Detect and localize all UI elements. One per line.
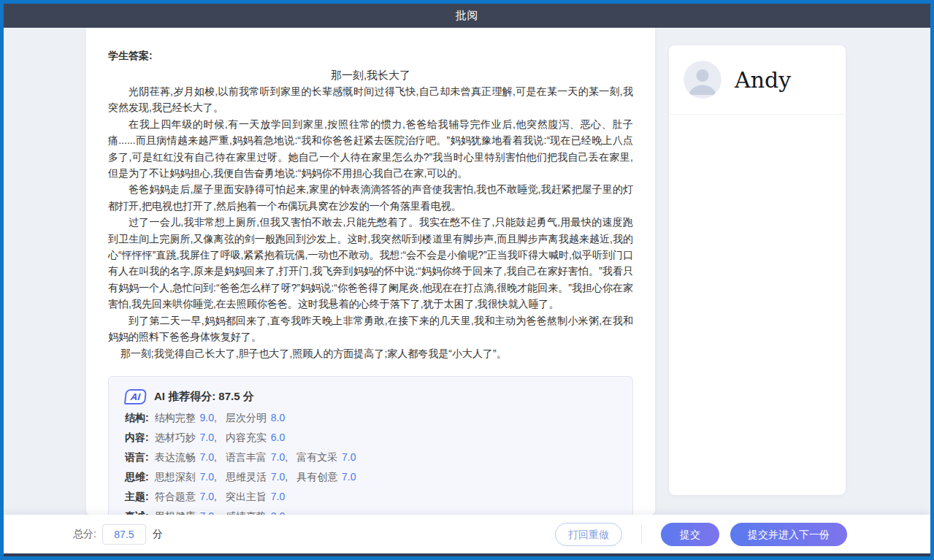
app-header: 批阅: [4, 4, 930, 28]
essay-paragraph: 那一刻;我觉得自己长大了,胆子也大了,照顾人的方面提高了;家人都夸我是“小大人了…: [108, 345, 633, 361]
essay-title: 那一刻,我长大了: [108, 67, 633, 83]
ai-score-title: AI 推荐得分: 87.5 分: [154, 390, 254, 404]
essay-paragraphs: 光阴荏苒,岁月如梭,以前我常听到家里的长辈感慨时间过得飞快,自己却未曾真正理解,…: [108, 83, 633, 361]
score-item-value: 7.0: [200, 431, 214, 443]
score-row: 主题:符合题意 7.0,突出主旨 7.0: [125, 490, 616, 503]
essay-paragraph: 在我上四年级的时候,有一天放学回到家里,按照往常的惯力,爸爸给我辅导完作业后,他…: [108, 116, 633, 182]
score-item-value: 6.0: [271, 431, 285, 443]
score-item-name: 富有文采: [296, 451, 340, 463]
essay-panel: 学生答案: 那一刻,我长大了 光阴荏苒,岁月如梭,以前我常听到家里的长辈感慨时间…: [86, 28, 655, 515]
submit-next-button[interactable]: 提交并进入下一份: [730, 523, 847, 546]
total-score-label: 总分:: [73, 528, 96, 541]
essay-paragraph: 过了一会儿,我非常想上厕所,但我又害怕不敢去,只能先憋着了。我实在憋不住了,只能…: [108, 214, 633, 312]
ai-score-header: AI AI 推荐得分: 87.5 分: [125, 389, 616, 404]
score-item-value: 7.0: [271, 471, 285, 483]
footer-toolbar: 总分: 分 打回重做 提交 提交并进入下一份: [4, 515, 930, 553]
score-item-separator: ,: [285, 471, 288, 483]
score-category-label: 主题:: [125, 491, 149, 502]
score-row: 语言:表达流畅 7.0,语言丰富 7.0,富有文采 7.0: [125, 450, 616, 464]
score-item-separator: ,: [214, 431, 217, 443]
student-answer-label: 学生答案:: [108, 48, 633, 63]
score-item-value: 7.0: [342, 471, 356, 483]
score-item-name: 突出主旨: [226, 491, 269, 502]
score-category-label: 结构:: [125, 412, 149, 423]
score-item-value: 9.0: [200, 412, 214, 423]
score-item-name: 思想深刻: [155, 471, 199, 483]
score-row: 思维:思想深刻 7.0,思维灵活 7.0,具有创意 7.0: [125, 470, 616, 483]
score-category-label: 语言:: [125, 451, 149, 463]
score-item-name: 层次分明: [226, 412, 269, 423]
reject-button[interactable]: 打回重做: [555, 523, 622, 546]
score-item-separator: ,: [214, 412, 217, 423]
ai-badge-icon: AI: [124, 389, 147, 404]
score-item-name: 具有创意: [296, 471, 340, 483]
student-row: Andy: [669, 45, 846, 114]
student-info-panel: Andy: [669, 45, 846, 495]
score-category-label: 内容:: [125, 431, 149, 443]
score-item-value: 7.0: [200, 491, 214, 502]
score-item-separator: ,: [285, 451, 288, 463]
score-item-value: 7.0: [342, 451, 356, 463]
toolbar-divider: [641, 525, 642, 544]
score-item-name: 内容充实: [226, 431, 269, 443]
score-item-value: 7.0: [271, 491, 285, 502]
score-item-value: 7.0: [271, 451, 285, 463]
essay-paragraph: 光阴荏苒,岁月如梭,以前我常听到家里的长辈感慨时间过得飞快,自己却未曾真正理解,…: [108, 83, 633, 116]
score-item-value: 7.0: [200, 471, 214, 483]
score-item-separator: ,: [214, 471, 217, 483]
score-item-name: 结构完整: [155, 412, 199, 423]
score-item-separator: ,: [214, 451, 217, 463]
essay-paragraph: 爸爸妈妈走后,屋子里面安静得可怕起来,家里的钟表滴滴答答的声音使我害怕,我也不敢…: [108, 181, 633, 214]
score-item-name: 语言丰富: [226, 451, 269, 463]
score-item-value: 8.0: [271, 412, 285, 423]
score-row: 结构:结构完整 9.0,层次分明 8.0: [125, 411, 616, 424]
score-item-name: 选材巧妙: [155, 431, 199, 443]
score-item-value: 7.0: [200, 451, 214, 463]
submit-button[interactable]: 提交: [661, 523, 719, 546]
sidebar-divider: [669, 114, 846, 115]
score-item-name: 符合题意: [155, 491, 199, 502]
page-title: 批阅: [456, 9, 479, 23]
person-icon: [684, 61, 721, 99]
ai-score-panel: AI AI 推荐得分: 87.5 分 结构:结构完整 9.0,层次分明 8.0内…: [108, 376, 633, 538]
score-row: 内容:选材巧妙 7.0,内容充实 6.0: [125, 431, 616, 444]
student-name: Andy: [735, 67, 791, 93]
score-item-name: 思维灵活: [226, 471, 269, 483]
score-item-name: 表达流畅: [155, 451, 199, 463]
ai-score-rows: 结构:结构完整 9.0,层次分明 8.0内容:选材巧妙 7.0,内容充实 6.0…: [125, 411, 616, 523]
review-page: 批阅 学生答案: 那一刻,我长大了 光阴荏苒,岁月如梭,以前我常听到家里的长辈感…: [0, 0, 934, 560]
total-score-input[interactable]: [102, 524, 146, 545]
score-item-separator: ,: [214, 491, 217, 502]
score-category-label: 思维:: [125, 471, 149, 483]
essay-paragraph: 到了第二天一早,妈妈都回来了,直夸我昨天晚上非常勇敢,在接下来的几天里,我和主动…: [108, 312, 633, 345]
bottom-edge-strip: [4, 553, 930, 556]
score-unit-label: 分: [153, 528, 163, 541]
